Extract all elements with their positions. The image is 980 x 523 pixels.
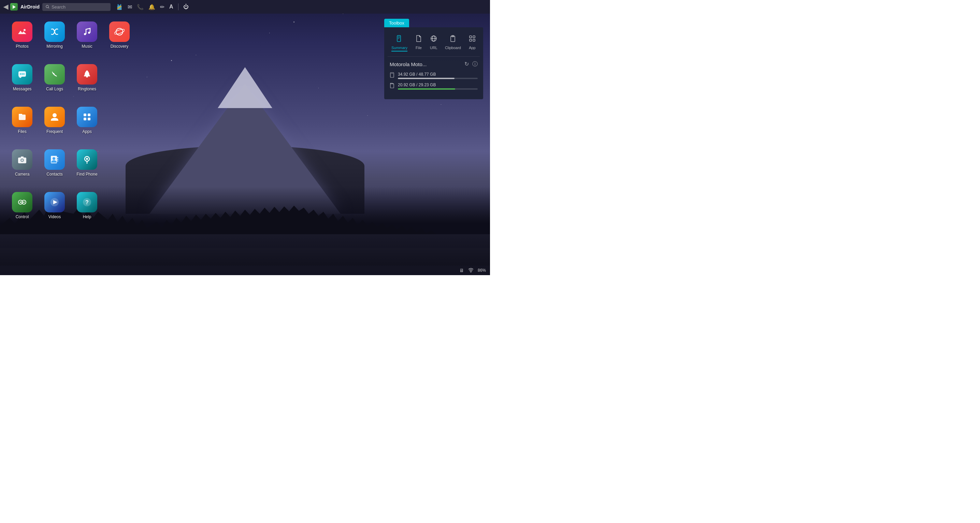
toolbox-tab-clipboard[interactable]: Clipboard <box>442 33 464 53</box>
svg-point-25 <box>52 157 55 160</box>
svg-point-22 <box>21 159 23 161</box>
svg-point-15 <box>52 113 57 117</box>
svg-rect-54 <box>390 84 394 88</box>
app-item-discovery[interactable]: Discovery <box>104 19 135 60</box>
toolbox-tabs-row: Summary File URL Clipboard <box>388 31 480 57</box>
music-label: Music <box>81 44 92 49</box>
text-icon[interactable]: A <box>169 4 173 10</box>
url-icon <box>430 35 438 44</box>
svg-point-4 <box>84 33 86 35</box>
ringtones-label: Ringtones <box>78 87 96 91</box>
app-item-mirroring[interactable]: Mirroring <box>39 19 70 60</box>
app-item-camera[interactable]: Camera <box>7 147 38 187</box>
pencil-icon[interactable]: ✏ <box>160 4 164 10</box>
svg-point-5 <box>88 32 90 34</box>
search-input[interactable] <box>51 5 107 10</box>
help-label: Help <box>83 214 91 219</box>
svg-rect-18 <box>84 117 86 120</box>
toolbox-tab-summary[interactable]: Summary <box>389 33 410 53</box>
battery-percentage: 86% <box>478 268 486 273</box>
sd-storage-info: 20.92 GB / 29.23 GB <box>398 82 478 90</box>
app-item-help[interactable]: ? Help <box>72 189 102 230</box>
findphone-icon <box>77 149 97 170</box>
svg-rect-40 <box>398 36 400 37</box>
messages-icon <box>12 64 32 84</box>
app-item-messages[interactable]: Messages <box>7 61 38 102</box>
ringtones-icon <box>77 64 97 84</box>
svg-rect-28 <box>57 160 58 161</box>
play-store-icon <box>10 3 18 11</box>
message-icon[interactable]: ✉ <box>127 4 132 10</box>
photos-label: Photos <box>16 44 28 49</box>
toolbox-tab-file[interactable]: File <box>412 33 425 53</box>
refresh-button[interactable]: ↻ <box>465 61 469 68</box>
svg-rect-48 <box>469 36 472 38</box>
toolbox-tab-url[interactable]: URL <box>427 33 440 53</box>
contacts-icon <box>45 149 65 170</box>
logo-container: AirDroid <box>10 3 40 11</box>
svg-line-2 <box>48 8 49 8</box>
svg-rect-17 <box>88 114 91 116</box>
clipboard-icon <box>449 35 457 44</box>
mirroring-icon <box>45 22 65 42</box>
camera-icon <box>12 149 32 170</box>
app-item-videos[interactable]: Videos <box>39 189 70 230</box>
bell-icon[interactable]: 🔔 <box>148 4 155 10</box>
app-item-files[interactable]: Files <box>7 104 38 145</box>
phone-icon[interactable]: 📞 <box>137 4 144 10</box>
internal-storage-text: 34.92 GB / 48.77 GB <box>398 72 478 77</box>
svg-rect-41 <box>398 38 400 38</box>
nav-divider <box>178 3 178 10</box>
app-label: App <box>469 46 476 50</box>
music-icon <box>77 22 97 42</box>
svg-rect-27 <box>57 159 58 160</box>
app-item-control[interactable]: Control <box>7 189 38 230</box>
app-item-music[interactable]: Music <box>72 19 102 60</box>
svg-rect-13 <box>19 114 25 120</box>
app-logo[interactable]: ◀ AirDroid <box>3 3 40 11</box>
sd-storage-row: 20.92 GB / 29.23 GB <box>390 82 478 90</box>
files-icon <box>12 107 32 127</box>
app-item-empty2 <box>104 104 135 145</box>
files-label: Files <box>18 129 26 134</box>
app-item-empty3 <box>104 147 135 187</box>
back-arrow-icon[interactable]: ◀ <box>3 3 8 11</box>
frequent-label: Frequent <box>46 129 63 134</box>
videos-icon <box>45 192 65 212</box>
app-item-photos[interactable]: Photos <box>7 19 38 60</box>
status-bar: 🖥 86% <box>0 266 490 275</box>
power-icon[interactable]: ⏻ <box>183 4 189 10</box>
battery-status: 86% <box>478 268 486 273</box>
info-button[interactable]: ⓘ <box>472 61 478 68</box>
svg-point-11 <box>23 73 25 74</box>
app-item-calllogs[interactable]: Call Logs <box>39 61 70 102</box>
svg-rect-14 <box>19 114 22 115</box>
svg-point-34 <box>23 201 25 203</box>
toolbox-tab-app[interactable]: App <box>466 33 479 53</box>
svg-point-1 <box>46 5 48 8</box>
search-bar[interactable] <box>42 3 111 11</box>
svg-point-9 <box>20 73 21 74</box>
control-label: Control <box>16 214 29 219</box>
device-header: Motorola Moto... ↻ ⓘ <box>390 61 478 68</box>
toolbox-tab[interactable]: Toolbox <box>384 19 409 27</box>
svg-marker-0 <box>13 5 16 9</box>
mirroring-label: Mirroring <box>46 44 62 49</box>
app-item-frequent[interactable]: Frequent <box>39 104 70 145</box>
app-item-empty1 <box>104 61 135 102</box>
app-item-apps[interactable]: Apps <box>72 104 102 145</box>
app-grid: Photos Mirroring Music Discovery Message… <box>7 19 135 230</box>
app-item-contacts[interactable]: Contacts <box>39 147 70 187</box>
shirt-icon[interactable]: 🎽 <box>116 4 123 10</box>
summary-icon <box>396 35 403 44</box>
discovery-icon <box>109 22 130 42</box>
photos-icon <box>12 22 32 42</box>
videos-label: Videos <box>48 214 61 219</box>
clipboard-label: Clipboard <box>445 46 461 50</box>
findphone-label: Find Phone <box>76 172 97 177</box>
app-item-findphone[interactable]: Find Phone <box>72 147 102 187</box>
phone-storage-icon <box>390 72 395 79</box>
svg-rect-51 <box>473 39 475 41</box>
app-item-ringtones[interactable]: Ringtones <box>72 61 102 102</box>
svg-rect-23 <box>21 157 24 158</box>
